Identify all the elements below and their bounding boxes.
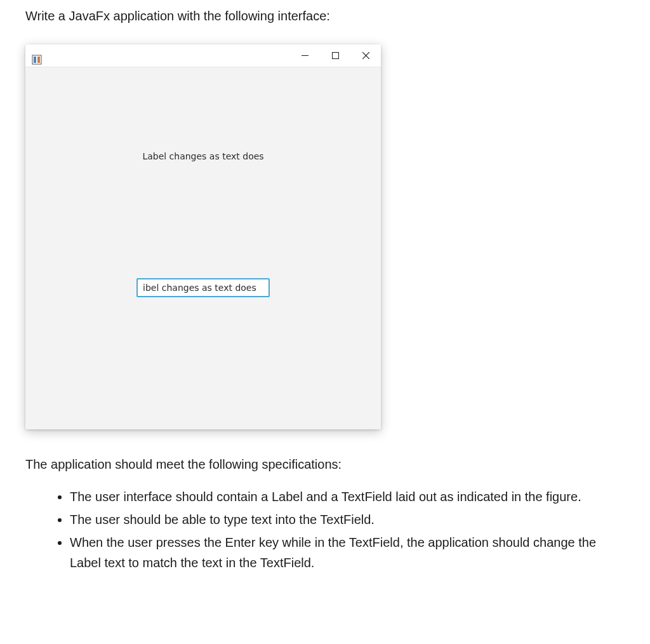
textfield-wrapper: [136, 277, 270, 297]
spec-item: The user interface should contain a Labe…: [70, 486, 625, 507]
spec-list: The user interface should contain a Labe…: [25, 486, 625, 573]
javafx-label: Label changes as text does: [25, 150, 381, 163]
javafx-app-window: Label changes as text does: [25, 44, 381, 429]
spec-item: The user should be able to type text int…: [70, 509, 625, 530]
spec-intro-paragraph: The application should meet the followin…: [25, 455, 625, 474]
svg-rect-2: [37, 57, 40, 63]
window-controls: [289, 44, 381, 67]
svg-rect-1: [34, 57, 36, 63]
intro-paragraph: Write a JavaFx application with the foll…: [25, 6, 625, 25]
app-icon: [32, 51, 42, 61]
minimize-button[interactable]: [289, 44, 320, 67]
app-client-area: Label changes as text does: [25, 67, 381, 429]
maximize-button[interactable]: [320, 44, 350, 67]
window-titlebar: [25, 44, 381, 67]
titlebar-left: [25, 51, 42, 61]
close-button[interactable]: [350, 44, 381, 67]
svg-rect-4: [332, 53, 338, 59]
spec-item: When the user presses the Enter key whil…: [70, 532, 625, 573]
javafx-textfield[interactable]: [136, 278, 270, 297]
